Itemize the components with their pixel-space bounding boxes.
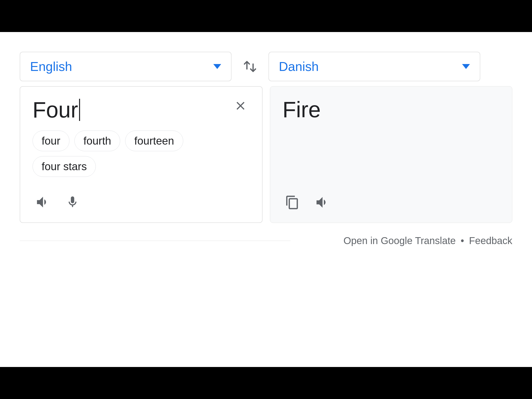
mic-icon (66, 194, 79, 210)
source-panel-bottom (33, 192, 250, 213)
target-volume-icon (315, 194, 331, 210)
target-listen-button[interactable] (312, 192, 333, 213)
source-panel: Four four fourth fourteen four stars (20, 86, 263, 223)
source-language-label: English (30, 59, 72, 74)
footer-links: Open in Google Translate • Feedback (343, 235, 512, 246)
source-text-value: Four (33, 97, 78, 123)
divider (20, 241, 291, 241)
target-panel-bottom (283, 192, 500, 213)
suggestion-chip-fourteen[interactable]: fourteen (125, 131, 183, 151)
source-mic-button[interactable] (63, 192, 82, 213)
open-in-google-translate-link[interactable]: Open in Google Translate (343, 235, 456, 246)
suggestion-chip-four[interactable]: four (33, 131, 69, 151)
swap-languages-button[interactable] (239, 55, 261, 78)
volume-icon (35, 194, 51, 210)
target-language-label: Danish (279, 59, 319, 74)
target-text-display: Fire (283, 96, 500, 182)
target-copy-button[interactable] (283, 193, 302, 212)
text-cursor (79, 99, 80, 121)
source-listen-button[interactable] (33, 192, 53, 213)
copy-icon (285, 195, 300, 210)
clear-text-button[interactable] (231, 97, 250, 115)
suggestion-chip-four-stars[interactable]: four stars (33, 156, 96, 177)
source-text-display: Four (33, 97, 80, 123)
source-language-dropdown[interactable]: English (20, 52, 232, 81)
footer-separator: • (461, 235, 464, 246)
feedback-link[interactable]: Feedback (469, 235, 512, 246)
target-language-dropdown[interactable]: Danish (268, 52, 480, 81)
target-panel: Fire (270, 86, 512, 223)
source-language-chevron-icon (213, 64, 221, 69)
suggestion-chip-fourth[interactable]: fourth (74, 131, 120, 151)
target-language-chevron-icon (462, 64, 470, 69)
swap-icon (243, 59, 257, 74)
suggestions-row: four fourth fourteen four stars (33, 131, 250, 182)
clear-icon (234, 99, 247, 113)
